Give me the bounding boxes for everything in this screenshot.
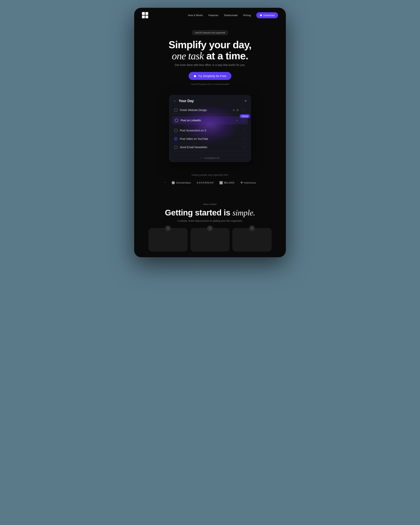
logo-amsterdam: Amsterdam — [172, 181, 191, 184]
logos-label: Helping people stay organised from — [142, 174, 278, 176]
task-actions-4: ⋮ — [243, 137, 246, 141]
hero-cta-button[interactable]: Try Simplicity for Free — [189, 72, 231, 80]
task-delete-icon[interactable]: 🗑 — [236, 109, 239, 112]
task-more-icon-4[interactable]: ⋮ — [243, 137, 246, 141]
logos-row: ~ Amsterdam SAVANNAH MILANO ✛ luminous — [142, 181, 278, 185]
task-label-1: Finish Website Design — [180, 109, 207, 112]
nav-link-testimonials[interactable]: Testimonials — [224, 14, 238, 17]
step-card-2: 2 — [191, 228, 229, 251]
logo-savannah: SAVANNAH — [196, 181, 214, 184]
task-checkbox-3[interactable] — [174, 129, 177, 132]
task-checkbox-5[interactable] — [174, 145, 177, 149]
task-item-left: Finish Website Design — [174, 108, 207, 112]
task-item-left-4: Post Video on YouTube — [174, 137, 208, 141]
task-item-left-3: Post Screenshot on X — [174, 129, 206, 132]
logo — [142, 12, 148, 18]
steps-row: 1 2 3 — [142, 228, 278, 251]
task-actions-1: ⧉ 🗑 ⋮⋮ — [233, 109, 246, 112]
task-label-2: Post on LinkedIn — [181, 119, 201, 122]
section-title-prefix: Getting started is — [165, 208, 233, 217]
user-badge: Hamza — [240, 114, 250, 118]
task-checkbox-4[interactable] — [174, 137, 177, 141]
app-mockup: ← Your Day + Finish Website Design — [169, 95, 251, 162]
download-button[interactable]: Download — [256, 12, 278, 18]
task-item-left-2: Post on LinkedIn — [175, 119, 201, 122]
logo-luminous: ✛ luminous — [240, 181, 256, 185]
logos-section: Helping people stay organised from ~ Ams… — [134, 170, 286, 195]
apple-icon — [260, 14, 262, 16]
app-header-left: ← Your Day — [173, 99, 194, 103]
task-checkbox-2[interactable] — [175, 119, 178, 122]
hero-cta-note: macOS Sequoia 15.0+ is recommended — [142, 83, 278, 85]
task-label-3: Post Screenshot on X — [180, 129, 206, 132]
hero-subtitle: Get more done with less effort, in a way… — [142, 63, 278, 66]
logo-luminous-text: luminous — [244, 181, 256, 184]
task-drag-icon[interactable]: ⋮⋮ — [241, 109, 246, 112]
logo-script: ~ — [164, 181, 166, 185]
section-title-italic: simple. — [232, 208, 255, 217]
task-play-icon[interactable]: ▷ — [236, 119, 238, 122]
app-window: ← Your Day + Finish Website Design — [169, 95, 251, 162]
how-section-subtitle: A simple, three step process to getting … — [142, 219, 278, 222]
how-section-badge: How it works — [203, 203, 217, 205]
app-back-button[interactable]: ← — [173, 99, 177, 103]
hero-badge: macOS Sequoia now supported — [192, 30, 228, 35]
task-more-icon-5[interactable]: ⋮ — [243, 146, 246, 149]
completed-label: Completed 1/5 — [204, 157, 220, 159]
hero-title-italic: one task — [172, 50, 204, 61]
task-actions-3: ⋮ — [243, 129, 246, 132]
hero-title-line2: at a time. — [206, 50, 248, 61]
logo-milano: MILANO — [220, 181, 234, 184]
logo-milano-text: MILANO — [224, 181, 234, 184]
app-mockup-container: ← Your Day + Finish Website Design — [134, 91, 286, 170]
task-drag-icon-2[interactable]: ⋮⋮ — [240, 119, 245, 122]
step-number-2: 2 — [207, 225, 213, 231]
task-actions-2: ▷ ⋮⋮ — [236, 119, 245, 122]
device-frame: How It Works Features Testimonials Prici… — [134, 8, 286, 257]
task-item-5: Send Email Newsletter ⋮ — [172, 143, 248, 151]
how-section: How it works Getting started is simple. … — [134, 195, 286, 257]
task-highlighted-wrapper: Post on LinkedIn ▷ ⋮⋮ Hamza — [172, 114, 248, 126]
nav-link-features[interactable]: Features — [208, 14, 218, 17]
hero-section: macOS Sequoia now supported Simplify you… — [134, 23, 286, 91]
nav-links: How It Works Features Testimonials Prici… — [188, 12, 278, 18]
task-label-4: Post Video on YouTube — [180, 137, 208, 141]
step-number-1: 1 — [165, 225, 171, 231]
hero-cta-label: Try Simplicity for Free — [198, 74, 226, 78]
task-item-left-5: Send Email Newsletter — [174, 145, 207, 149]
task-actions-5: ⋮ — [243, 146, 246, 149]
task-checkbox-1[interactable] — [174, 108, 177, 112]
app-add-button[interactable]: + — [244, 99, 247, 103]
how-section-title: Getting started is simple. — [142, 208, 278, 217]
hero-title: Simplify your day, one task at a time. — [142, 39, 278, 61]
task-item-highlighted: Post on LinkedIn ▷ ⋮⋮ Hamza — [172, 116, 248, 124]
step-card-3: 3 — [233, 228, 271, 251]
task-item: Finish Website Design ⧉ 🗑 ⋮⋮ — [172, 106, 248, 114]
task-copy-icon[interactable]: ⧉ — [233, 109, 235, 112]
task-list: Finish Website Design ⧉ 🗑 ⋮⋮ — [169, 106, 251, 154]
logo-amsterdam-text: Amsterdam — [176, 181, 191, 184]
app-window-title: Your Day — [179, 99, 194, 103]
task-item-4: Post Video on YouTube ⋮ — [172, 135, 248, 143]
nav-link-pricing[interactable]: Pricing — [243, 14, 251, 17]
step-card-1: 1 — [149, 228, 187, 251]
plus-icon: ✛ — [240, 181, 243, 185]
task-more-icon-3[interactable]: ⋮ — [243, 129, 246, 132]
task-item-3: Post Screenshot on X ⋮ — [172, 126, 248, 135]
navbar: How It Works Features Testimonials Prici… — [134, 8, 286, 23]
app-header: ← Your Day + — [169, 95, 251, 106]
task-label-5: Send Email Newsletter — [180, 146, 207, 149]
logo-savannah-text: SAVANNAH — [196, 181, 214, 184]
app-footer: ↻ Completed 1/5 — [169, 154, 251, 162]
step-number-3: 3 — [249, 225, 255, 231]
hero-title-line1: Simplify your day, — [168, 39, 252, 50]
nav-link-how-it-works[interactable]: How It Works — [188, 14, 203, 17]
download-label: Download — [263, 14, 275, 17]
apple-cta-icon — [194, 75, 196, 77]
